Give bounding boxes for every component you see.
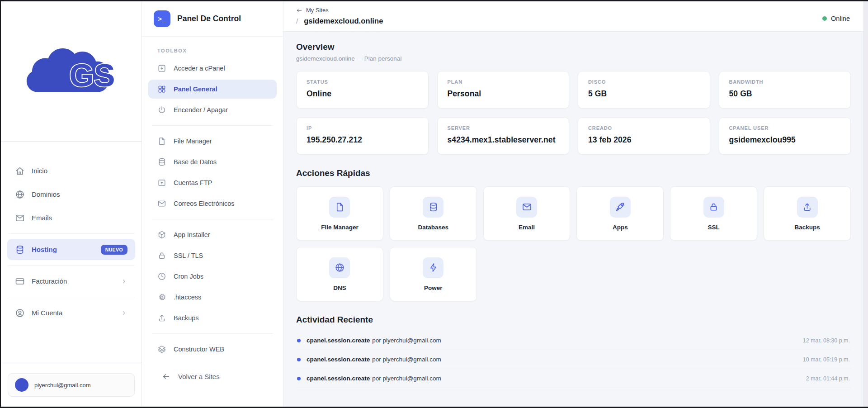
toolbox-item-label: SSL / TLS (174, 252, 203, 259)
home-icon (15, 166, 25, 176)
user-email: piyerchul@gmail.com (34, 382, 90, 389)
toolbox-item-file-manager[interactable]: File Manager (148, 132, 277, 151)
activity-row: cpanel.session.create por piyerchul@gmai… (296, 350, 851, 369)
stat-label: CREADO (588, 125, 700, 131)
toolbox-sidebar: >_ Panel De Control TOOLBOX Acceder a cP… (142, 1, 283, 407)
vertical-scrollbar[interactable] (863, 1, 868, 407)
sidebar-footer: piyerchul@gmail.com (1, 362, 142, 407)
activity-actor: por piyerchul@gmail.com (372, 356, 441, 363)
back-to-sites-label: Volver a Sites (178, 373, 220, 380)
sidebar-item-hosting[interactable]: Hosting NUEVO (7, 239, 135, 260)
divider (152, 125, 273, 126)
toolbox-item-encender-apagar[interactable]: Encender / Apagar (148, 100, 277, 119)
stat-value: 195.250.27.212 (307, 135, 418, 145)
activity-actor: por piyerchul@gmail.com (372, 337, 441, 344)
toolbox-item-backups[interactable]: Backups (148, 308, 277, 327)
toolbox-item-label: Acceder a cPanel (174, 65, 225, 72)
primary-sidebar: GS Inicio Dominios Emails Hosting NUEVO … (1, 1, 142, 407)
stat-label: BANDWIDTH (729, 79, 841, 85)
breadcrumb-current: / gsidemexcloud.online (296, 17, 383, 25)
quick-action-label: DNS (333, 285, 346, 291)
primary-nav: Inicio Dominios Emails Hosting NUEVO Fac… (1, 142, 142, 326)
toolbox-item-cron-jobs[interactable]: Cron Jobs (148, 267, 277, 286)
activity-title: Actividad Reciente (296, 315, 855, 325)
bullet-icon (297, 377, 301, 380)
upload-icon (802, 202, 812, 212)
toolbox-item-cuentas-ftp[interactable]: Cuentas FTP (148, 173, 277, 192)
quick-action-apps[interactable]: Apps (576, 186, 664, 241)
sidebar-item-dominios[interactable]: Dominios (7, 184, 135, 205)
stat-label: IP (307, 125, 418, 131)
toolbox-item-ssl-tls[interactable]: SSL / TLS (148, 246, 277, 265)
sidebar-item-inicio[interactable]: Inicio (7, 160, 135, 181)
folder-up-icon (157, 178, 166, 187)
mail-icon (157, 199, 166, 208)
mail-icon (522, 202, 532, 212)
toolbox-item-label: Cuentas FTP (174, 179, 212, 186)
quick-action-databases[interactable]: Databases (390, 186, 477, 241)
file-icon (335, 202, 345, 212)
quick-actions-title: Acciones Rápidas (296, 168, 855, 178)
stat-label: DISCO (588, 79, 700, 85)
toolbox-item-label: Panel General (174, 85, 217, 93)
stat-value: 5 GB (588, 89, 700, 99)
bullet-icon (297, 358, 301, 361)
divider (152, 333, 273, 334)
upload-icon (157, 313, 166, 323)
activity-timestamp: 2 mar, 01:44 p.m. (806, 375, 850, 382)
overview-subtitle: gsidemexcloud.online — Plan personal (296, 55, 855, 62)
toolbox-item-correos-electronicos[interactable]: Correos Electrónicos (148, 194, 277, 213)
arrow-left-icon (296, 7, 302, 14)
toolbox-item-label: .htaccess (174, 294, 201, 301)
user-account-card[interactable]: piyerchul@gmail.com (8, 373, 135, 397)
quick-action-backups[interactable]: Backups (764, 186, 851, 241)
breadcrumb-back-link[interactable]: My Sites (296, 7, 383, 14)
terminal-icon: >_ (154, 10, 170, 27)
activity-actor: por piyerchul@gmail.com (372, 375, 441, 382)
app-title: Panel De Control (177, 14, 241, 24)
mail-icon (15, 213, 25, 223)
logo-text: GS (69, 57, 115, 93)
arrow-left-icon (162, 372, 170, 381)
sidebar-item-emails[interactable]: Emails (7, 207, 135, 228)
site-name: gsidemexcloud.online (304, 17, 383, 25)
stat-card-server: SERVER s4234.mex1.stableserver.net (437, 117, 570, 155)
sidebar-item-label: Dominios (32, 190, 60, 198)
toolbox-item-label: Correos Electrónicos (174, 200, 235, 207)
brand-logo: GS (1, 1, 142, 142)
toolbox-item-label: Backups (174, 314, 199, 322)
quick-action-power[interactable]: Power (390, 247, 477, 301)
breadcrumb-separator: / (296, 17, 298, 25)
stat-card-creado: CREADO 13 feb 2026 (578, 117, 710, 155)
sidebar-item-mi-cuenta[interactable]: Mi Cuenta (7, 302, 135, 323)
stat-value: 13 feb 2026 (588, 135, 700, 145)
sidebar-item-label: Facturación (32, 277, 67, 285)
quick-action-ssl[interactable]: SSL (670, 186, 757, 241)
main-header: My Sites / gsidemexcloud.online Online (283, 1, 868, 32)
lock-icon (708, 202, 719, 212)
quick-action-email[interactable]: Email (483, 186, 571, 241)
toolbox-item-constructor-web[interactable]: Constructor WEB (148, 340, 277, 359)
sidebar-item-label: Hosting (32, 246, 57, 253)
stat-value: gsidemexclou995 (729, 135, 841, 145)
quick-action-label: Databases (418, 224, 448, 231)
chevron-right-icon (120, 278, 127, 285)
toolbox-item-base-de-datos[interactable]: Base de Datos (148, 152, 277, 171)
quick-action-label: Apps (613, 224, 628, 231)
stat-card-plan: PLAN Personal (437, 71, 570, 109)
quick-action-dns[interactable]: DNS (296, 247, 383, 301)
stat-value: Online (307, 89, 418, 99)
toolbox-item-app-installer[interactable]: App Installer (148, 225, 277, 244)
toolbox-item-label: Constructor WEB (174, 346, 224, 353)
toolbox-item-acceder-cpanel[interactable]: Acceder a cPanel (148, 59, 277, 78)
quick-action-file-manager[interactable]: File Manager (296, 186, 383, 241)
quick-actions-grid: File Manager Databases Email Apps SSL Ba… (296, 186, 851, 301)
sidebar-item-facturacion[interactable]: Facturación (7, 270, 135, 292)
toolbox-item-htaccess[interactable]: .htaccess (148, 288, 277, 307)
toolbox-item-panel-general[interactable]: Panel General (148, 80, 277, 99)
credit-card-icon (15, 276, 25, 286)
overview-cards: STATUS Online PLAN Personal DISCO 5 GB B… (296, 71, 851, 155)
activity-timestamp: 12 mar, 08:30 p.m. (803, 337, 850, 344)
back-to-sites-link[interactable]: Volver a Sites (142, 372, 283, 381)
overview-title: Overview (296, 42, 855, 52)
